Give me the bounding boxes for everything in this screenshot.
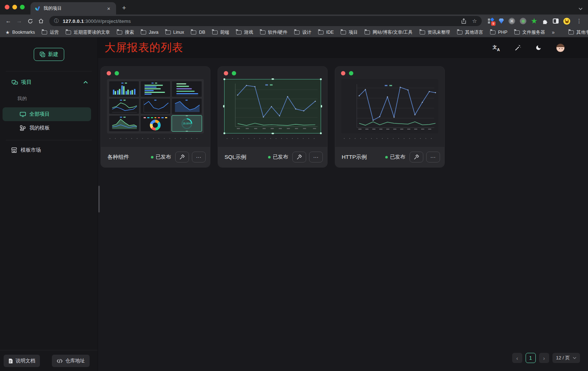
prev-page-button[interactable]: ‹ <box>512 353 522 363</box>
url-path: :3000/#/project/items <box>84 18 131 24</box>
ellipsis-icon: ... <box>196 156 202 158</box>
donut-ring <box>150 120 161 131</box>
bookmark-folder[interactable]: DB <box>191 30 205 35</box>
project-thumbnail[interactable] <box>341 79 438 133</box>
extension-gem-icon[interactable] <box>499 18 504 24</box>
extension-record-icon[interactable] <box>520 18 526 24</box>
bookmark-label: 运营 <box>50 29 59 36</box>
sidebar-section-project[interactable]: 项目 <box>0 71 98 86</box>
publish-status: 已发布 <box>151 154 171 160</box>
bookmark-folder[interactable]: 运营 <box>42 29 59 36</box>
project-card-list: 25.00% 各种组件 已发布 ... <box>98 58 588 168</box>
bookmark-folder[interactable]: 网站/博客/文章/工具 <box>365 29 412 36</box>
bookmark-folder[interactable]: 软件/硬件 <box>260 29 287 36</box>
browser-tab[interactable]: 我的项目 × <box>30 2 116 15</box>
progress-label: 25.00% <box>172 116 202 131</box>
bookmark-label: 搜索 <box>125 29 134 36</box>
bookmark-folder[interactable]: 资讯未整理 <box>420 29 451 36</box>
card-window-dots <box>335 67 444 75</box>
more-actions-button[interactable]: ... <box>309 152 323 162</box>
reload-icon[interactable] <box>25 16 35 26</box>
profile-avatar-icon[interactable] <box>563 18 570 25</box>
other-bookmarks[interactable]: 其他书签 <box>568 29 588 36</box>
share-icon[interactable] <box>461 18 466 24</box>
bookmarks-overflow-chevron[interactable]: » <box>552 29 555 35</box>
dark-mode-moon-icon[interactable] <box>535 45 542 51</box>
bookmarks-bar: ★ Bookmarks 运营 近期需要读的文章 搜索 Java Linux DB… <box>0 28 588 37</box>
goview-favicon-icon <box>35 6 40 11</box>
sidebar-item-label: 我的模板 <box>29 125 50 131</box>
bookmarks-root[interactable]: ★ Bookmarks <box>5 30 35 35</box>
extension-star-icon[interactable] <box>531 18 537 24</box>
new-project-button[interactable]: 新建 <box>34 48 64 61</box>
side-panel-icon[interactable] <box>553 18 559 24</box>
docs-button[interactable]: 说明文档 <box>4 355 40 367</box>
project-thumbnail[interactable] <box>224 79 321 133</box>
folder-icon <box>191 30 196 34</box>
card-title: 各种组件 <box>107 154 148 161</box>
status-dot-icon <box>268 156 271 158</box>
bookmark-label: PHP <box>498 30 507 35</box>
magic-wand-icon[interactable] <box>514 45 521 51</box>
new-tab-button[interactable]: + <box>119 3 129 13</box>
current-page-button[interactable]: 1 <box>526 353 536 363</box>
back-icon[interactable]: ← <box>3 16 13 26</box>
bookmark-folder[interactable]: 文件服务器 <box>514 29 545 36</box>
edit-project-button[interactable] <box>292 152 306 162</box>
more-actions-button[interactable]: ... <box>192 152 206 162</box>
edit-project-button[interactable] <box>410 152 423 162</box>
extension-grid-icon[interactable]: 9 <box>488 18 494 24</box>
series-green <box>359 122 435 125</box>
bookmark-folder[interactable]: 搜索 <box>117 29 134 36</box>
minimize-window-button[interactable] <box>12 5 17 9</box>
user-avatar[interactable] <box>556 44 565 52</box>
home-icon[interactable] <box>36 16 46 26</box>
bookmark-folder[interactable]: 设计 <box>294 29 311 36</box>
next-page-button[interactable]: › <box>539 353 549 363</box>
bookmark-star-icon[interactable]: ☆ <box>472 18 477 24</box>
extension-command-icon[interactable]: ⌘ <box>509 18 515 24</box>
sidebar-item-my-templates[interactable]: 我的模板 <box>3 121 91 135</box>
sidebar-item-template-market[interactable]: 模板市场 <box>0 140 98 153</box>
bookmark-folder[interactable]: 游戏 <box>236 29 253 36</box>
address-bar[interactable]: ⓘ 127.0.0.1:3000/#/project/items ☆ <box>49 16 482 26</box>
bookmark-folder[interactable]: Linux <box>165 30 184 35</box>
bookmark-folder[interactable]: 前端 <box>212 29 229 36</box>
page-size-select[interactable]: 12 / 页 <box>552 353 580 363</box>
maximize-window-button[interactable] <box>20 5 25 9</box>
chrome-menu-icon[interactable]: ⋮ <box>575 18 583 24</box>
bookmark-folder[interactable]: Java <box>141 30 158 35</box>
project-thumbnail[interactable]: 25.00% <box>107 79 204 133</box>
edit-project-button[interactable] <box>175 152 189 162</box>
chevron-up-icon[interactable] <box>83 81 88 84</box>
extensions-puzzle-icon[interactable] <box>542 18 548 24</box>
bookmark-folder[interactable]: 项目 <box>341 29 358 36</box>
sidebar-item-all-projects[interactable]: 全部项目 <box>3 107 91 121</box>
bookmark-label: Java <box>149 30 158 35</box>
green-dot-icon <box>115 71 119 75</box>
folder-icon <box>165 30 171 34</box>
close-window-button[interactable] <box>5 5 9 9</box>
bookmark-folder[interactable]: 其他语言 <box>457 29 483 36</box>
storefront-icon <box>11 147 17 153</box>
repo-button[interactable]: 仓库地址 <box>52 355 90 367</box>
pagination: ‹ 1 › 12 / 页 <box>512 353 580 363</box>
language-translate-icon[interactable]: 文A <box>493 45 500 51</box>
series-blue <box>359 87 435 120</box>
tab-search-chevron-icon[interactable] <box>579 8 588 15</box>
bookmark-folder[interactable]: 近期需要读的文章 <box>66 29 110 36</box>
url-text: 127.0.0.1:3000/#/project/items <box>63 18 131 24</box>
green-dot-icon <box>349 71 353 75</box>
bookmark-folder[interactable]: PHP <box>490 30 507 35</box>
more-actions-button[interactable]: ... <box>426 152 440 162</box>
bookmark-label: 前端 <box>220 29 229 36</box>
red-dot-icon <box>107 71 111 75</box>
screens-icon <box>12 79 18 85</box>
close-tab-icon[interactable]: × <box>106 5 112 12</box>
status-dot-icon <box>385 156 388 158</box>
bookmark-folder[interactable]: IDE <box>318 30 334 35</box>
site-info-icon[interactable]: ⓘ <box>54 18 59 24</box>
hammer-icon <box>414 154 419 160</box>
forward-icon[interactable]: → <box>14 16 24 26</box>
scrollbar-thumb[interactable] <box>98 186 100 213</box>
